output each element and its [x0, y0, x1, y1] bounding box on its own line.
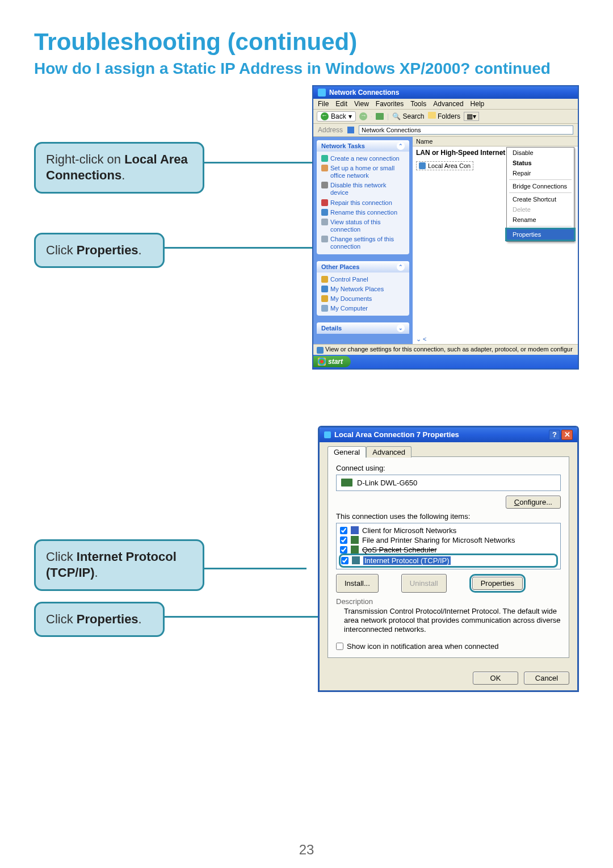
menu-bridge[interactable]: Bridge Connections	[507, 181, 574, 191]
menu-shortcut[interactable]: Create Shortcut	[507, 194, 574, 204]
page-subtitle: How do I assign a Static IP Address in W…	[34, 59, 585, 78]
menu-item[interactable]: File	[318, 100, 329, 108]
item-checkbox[interactable]	[341, 557, 349, 564]
list-item-tcpip[interactable]: Internet Protocol (TCP/IP)	[341, 556, 556, 565]
context-menu: Disable Status Repair Bridge Connections…	[506, 147, 574, 242]
start-icon	[318, 358, 326, 366]
place-link[interactable]: My Network Places	[321, 284, 405, 294]
install-button[interactable]: Install...	[336, 574, 379, 593]
task-link[interactable]: Disable this network device	[321, 181, 405, 198]
show-icon-checkbox[interactable]	[336, 643, 343, 650]
item-checkbox[interactable]	[340, 546, 347, 553]
window-icon	[318, 89, 326, 97]
panel-header: Network Tasks	[321, 142, 365, 149]
folders-button[interactable]: Folders	[428, 112, 460, 120]
status-bar: View or change settings for this connect…	[313, 344, 578, 354]
tab-advanced[interactable]: Advanced	[366, 446, 412, 458]
adapter-name: D-Link DWL-G650	[357, 479, 417, 487]
connector-line	[204, 568, 306, 569]
service-icon	[351, 536, 359, 544]
adapter-box: D-Link DWL-G650	[336, 475, 561, 491]
menu-item[interactable]: Edit	[335, 100, 347, 108]
address-label: Address	[318, 126, 343, 134]
place-link[interactable]: My Computer	[321, 304, 405, 313]
task-link[interactable]: Create a new connection	[321, 154, 405, 163]
tabs: General Advanced	[328, 446, 569, 457]
menu-disable[interactable]: Disable	[507, 148, 574, 158]
task-link[interactable]: Set up a home or small office network	[321, 163, 405, 181]
show-icon-label: Show icon in notification area when conn…	[347, 642, 498, 651]
help-button[interactable]: ?	[549, 430, 560, 440]
menu-delete: Delete	[507, 204, 574, 215]
connect-using-label: Connect using:	[336, 464, 561, 472]
toolbar: Back ▾ · | 🔍 Search Folders ▦▾	[313, 110, 578, 124]
tab-general[interactable]: General	[328, 446, 366, 458]
views-button[interactable]: ▦▾	[464, 112, 479, 121]
task-link[interactable]: Change settings of this connection	[321, 234, 405, 251]
list-item[interactable]: Client for Microsoft Networks	[340, 526, 557, 535]
menu-item[interactable]: Tools	[410, 100, 426, 108]
place-link[interactable]: My Documents	[321, 294, 405, 304]
item-checkbox[interactable]	[340, 527, 347, 534]
task-link[interactable]: View status of this connection	[321, 217, 405, 234]
scroll-indicator: ⌄ <	[416, 336, 426, 343]
properties-button[interactable]: Properties	[472, 577, 523, 590]
collapse-icon[interactable]: ⌃	[397, 263, 405, 271]
menu-rename[interactable]: Rename	[507, 215, 574, 225]
back-icon	[321, 112, 329, 120]
page-title: Troubleshooting (continued)	[34, 28, 585, 56]
network-tasks-panel: Network Tasks ⌃ Create a new connection …	[317, 140, 409, 254]
search-button[interactable]: 🔍 Search	[392, 112, 424, 120]
page-number: 23	[0, 842, 613, 858]
task-link[interactable]: Rename this connection	[321, 208, 405, 217]
details-panel: Details ⌄	[317, 322, 409, 334]
tab-pane: Connect using: D-Link DWL-G650 CConfigur…	[328, 456, 569, 659]
panel-header: Other Places	[321, 263, 359, 270]
menu-item[interactable]: Favorites	[376, 100, 404, 108]
folder-icon	[428, 112, 436, 119]
ok-button[interactable]: OK	[473, 672, 518, 685]
description-label: Description	[336, 597, 561, 606]
local-area-connection-item[interactable]: Local Area Con	[416, 161, 473, 170]
start-button[interactable]: start	[313, 356, 351, 367]
item-checkbox[interactable]	[340, 536, 347, 544]
address-icon	[347, 127, 354, 133]
menu-properties[interactable]: Properties	[505, 228, 576, 241]
callout-rightclick: Right-click on Local Area Connections.	[34, 142, 204, 194]
menubar: File Edit View Favorites Tools Advanced …	[313, 99, 578, 110]
menu-repair[interactable]: Repair	[507, 168, 574, 178]
tcpip-highlight: Internet Protocol (TCP/IP)	[339, 553, 558, 568]
menu-item[interactable]: View	[354, 100, 369, 108]
status-icon	[317, 347, 324, 354]
menu-item[interactable]: Advanced	[433, 100, 463, 108]
up-icon[interactable]	[376, 113, 384, 120]
uses-items-label: This connection uses the following items…	[336, 512, 561, 521]
sidebar: Network Tasks ⌃ Create a new connection …	[313, 137, 413, 345]
address-bar: Address	[313, 124, 578, 137]
column-header[interactable]: Name	[413, 137, 578, 146]
properties-highlight: Properties	[469, 574, 526, 593]
callout-properties-2: Click Properties.	[34, 602, 165, 638]
callout-properties-1: Click Properties.	[34, 233, 165, 269]
close-button[interactable]: ✕	[561, 430, 573, 440]
network-connections-window: Network Connections File Edit View Favor…	[312, 85, 579, 370]
list-item[interactable]: File and Printer Sharing for Microsoft N…	[340, 535, 557, 545]
uninstall-button: Uninstall	[401, 574, 447, 593]
task-link[interactable]: Repair this connection	[321, 198, 405, 208]
cancel-button[interactable]: Cancel	[524, 672, 569, 685]
menu-status[interactable]: Status	[507, 158, 574, 168]
callout-tcpip: Click Internet Protocol (TCP/IP).	[34, 539, 204, 591]
menu-item[interactable]: Help	[471, 100, 485, 108]
protocol-icon	[352, 556, 360, 564]
place-link[interactable]: Control Panel	[321, 275, 405, 284]
expand-icon[interactable]: ⌄	[397, 324, 405, 332]
address-input[interactable]	[359, 125, 573, 135]
forward-icon[interactable]	[359, 112, 367, 120]
client-icon	[351, 526, 359, 534]
connection-icon	[419, 162, 426, 169]
service-icon	[351, 546, 359, 553]
back-button[interactable]: Back ▾	[317, 111, 356, 121]
configure-button[interactable]: CConfigure...onfigure...	[506, 496, 561, 509]
titlebar: Network Connections	[313, 86, 578, 99]
collapse-icon[interactable]: ⌃	[397, 142, 405, 150]
